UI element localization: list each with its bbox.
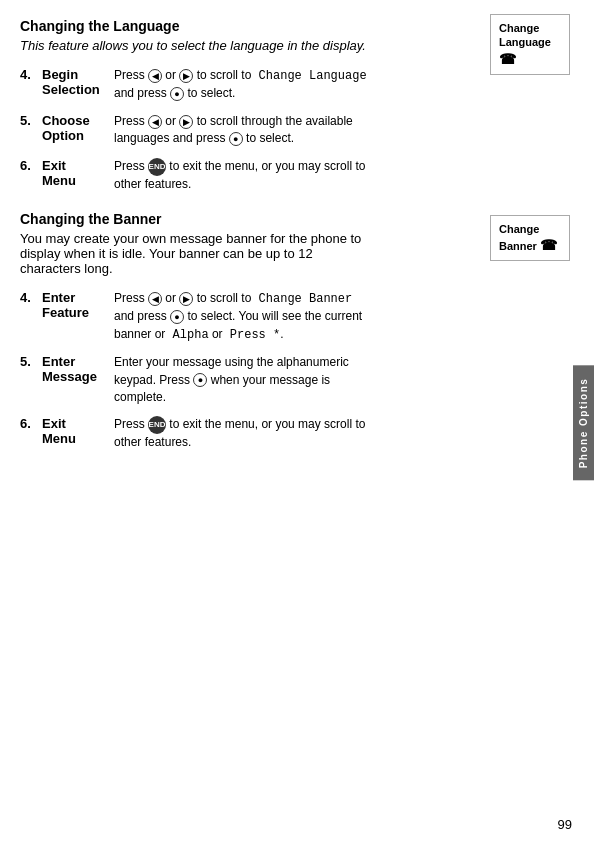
- step-5-label: ChooseOption: [42, 113, 114, 143]
- step-5-desc: Press ◀ or ▶ to scroll through the avail…: [114, 113, 374, 148]
- step-5b-enter-message: 5. EnterMessage Enter your message using…: [20, 354, 374, 406]
- step-5b-label: EnterMessage: [42, 354, 114, 384]
- main-content: Changing the Language This feature allow…: [0, 0, 484, 846]
- scroll-up-icon-2: ◀: [148, 115, 162, 129]
- step-4-label: BeginSelection: [42, 67, 114, 97]
- scroll-up-icon: ◀: [148, 69, 162, 83]
- step-4-begin-selection: 4. BeginSelection Press ◀ or ▶ to scroll…: [20, 67, 374, 103]
- section2-heading: Changing the Banner: [20, 211, 374, 227]
- phone-options-tab: Phone Options: [573, 366, 594, 481]
- section1-heading: Changing the Language: [20, 18, 374, 34]
- section2-intro: You may create your own message banner f…: [20, 231, 374, 276]
- scroll-down-icon-2: ▶: [179, 115, 193, 129]
- change-language-title: Change Language ☎: [499, 21, 561, 68]
- top-sidebar-boxes: Change Language ☎ Change Banner ☎: [484, 8, 594, 271]
- right-sidebar: Change Language ☎ Change Banner ☎ Phon: [484, 0, 594, 846]
- section-change-banner: Changing the Banner You may create your …: [20, 211, 374, 452]
- change-banner-box: Change Banner ☎: [490, 215, 570, 261]
- phone-icon-2: ☎: [540, 237, 557, 253]
- step-5b-number: 5.: [20, 354, 42, 369]
- step-4-desc: Press ◀ or ▶ to scroll to Change Languag…: [114, 67, 374, 103]
- step-6b-desc: Press END to exit the menu, or you may s…: [114, 416, 374, 451]
- section-change-language: Changing the Language This feature allow…: [20, 18, 374, 193]
- select-icon-3: ●: [170, 310, 184, 324]
- step-5-choose-option: 5. ChooseOption Press ◀ or ▶ to scroll t…: [20, 113, 374, 148]
- step-5-number: 5.: [20, 113, 42, 128]
- sidebar-wrapper: Change Language ☎ Change Banner ☎ Phon: [484, 0, 594, 846]
- select-btn-icon-2: ●: [229, 132, 243, 146]
- scroll-icon-3: ◀: [148, 292, 162, 306]
- scroll-down-icon: ▶: [179, 69, 193, 83]
- step-4-number: 4.: [20, 67, 42, 82]
- section1-steps: 4. BeginSelection Press ◀ or ▶ to scroll…: [20, 67, 374, 193]
- step-6b-exit-menu: 6. ExitMenu Press END to exit the menu, …: [20, 416, 374, 451]
- page-number: 99: [558, 817, 572, 832]
- step-5b-desc: Enter your message using the alphanumeri…: [114, 354, 374, 406]
- end-button-icon: END: [148, 158, 166, 176]
- step-6-desc: Press END to exit the menu, or you may s…: [114, 158, 374, 193]
- step-4b-enter-feature: 4. EnterFeature Press ◀ or ▶ to scroll t…: [20, 290, 374, 344]
- scroll-icon-4: ▶: [179, 292, 193, 306]
- step-4b-desc: Press ◀ or ▶ to scroll to Change Banner …: [114, 290, 374, 344]
- select-icon-4: ●: [193, 373, 207, 387]
- step-4b-label: EnterFeature: [42, 290, 114, 320]
- step-6-label: ExitMenu: [42, 158, 114, 188]
- select-btn-icon: ●: [170, 87, 184, 101]
- step-6-exit-menu: 6. ExitMenu Press END to exit the menu, …: [20, 158, 374, 193]
- change-language-box: Change Language ☎: [490, 14, 570, 75]
- section2-steps: 4. EnterFeature Press ◀ or ▶ to scroll t…: [20, 290, 374, 452]
- change-banner-title: Change Banner ☎: [499, 222, 561, 254]
- end-button-icon-2: END: [148, 416, 166, 434]
- step-6b-number: 6.: [20, 416, 42, 431]
- step-6-number: 6.: [20, 158, 42, 173]
- step-6b-label: ExitMenu: [42, 416, 114, 446]
- step-4b-number: 4.: [20, 290, 42, 305]
- section1-intro: This feature allows you to select the la…: [20, 38, 374, 53]
- phone-icon-1: ☎: [499, 51, 516, 67]
